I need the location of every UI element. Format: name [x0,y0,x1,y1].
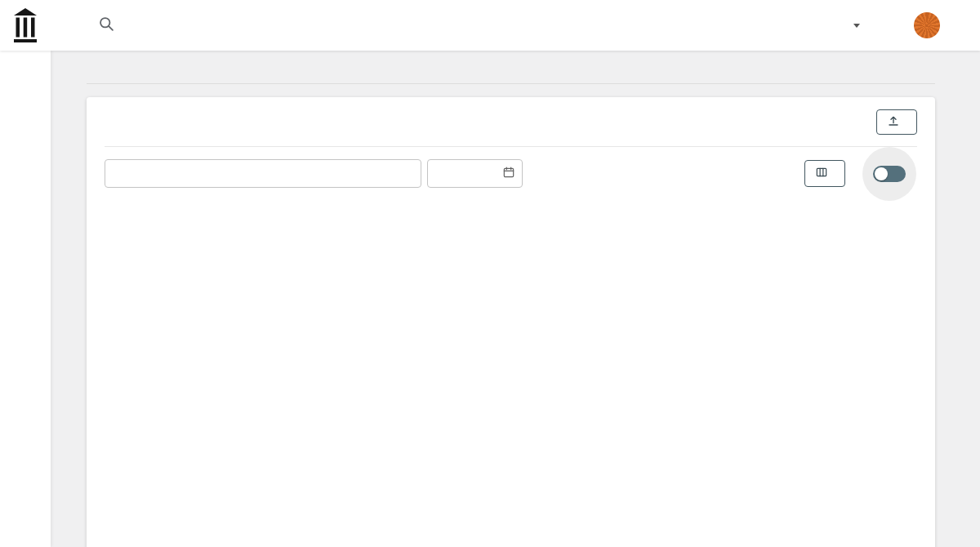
select-columns-button[interactable] [804,160,845,187]
export-button[interactable] [876,109,917,135]
upload-icon [887,114,900,130]
global-search[interactable] [98,16,126,36]
archdemo-logo-icon [13,7,38,43]
title-divider [87,83,935,84]
header-right [847,12,940,38]
chevron-down-icon [853,24,860,28]
app-logo[interactable] [0,7,51,43]
columns-icon [815,166,828,181]
avatar[interactable] [914,12,940,38]
filter-toolbar [105,147,917,201]
edit-mode-switch[interactable] [873,166,906,182]
date-picker-field[interactable] [427,159,523,188]
top-app-bar [0,0,980,51]
language-selector[interactable] [847,24,860,28]
sidebar [0,51,51,547]
tab-bar [105,97,917,147]
table-search-input[interactable] [105,159,421,188]
switch-thumb [875,167,888,180]
calendar-icon [502,166,515,181]
main-content [51,0,980,547]
factory-map-card [87,97,935,547]
search-icon [98,16,115,36]
